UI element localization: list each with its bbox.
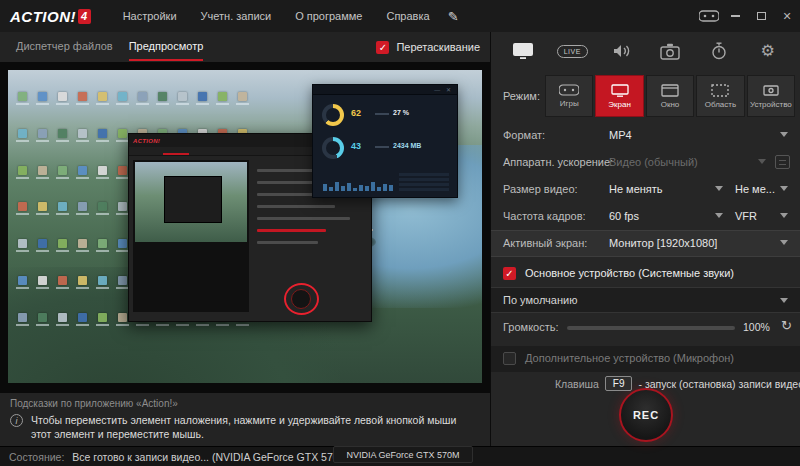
desktop-icon (72, 227, 92, 264)
desktop-icon (12, 264, 32, 301)
mode-screen-button[interactable]: Экран (595, 75, 643, 117)
screenshot-tab-icon[interactable] (652, 38, 688, 64)
hud-body: 62 43 27 % 2434 MB (313, 95, 457, 198)
menu-settings[interactable]: Настройки (111, 0, 189, 32)
desktop-icon (52, 117, 72, 154)
format-row[interactable]: Формат: MP4 (491, 122, 800, 149)
drag-checkbox-row[interactable]: ✓ Перетаскивание (376, 41, 480, 54)
desktop-icon (72, 264, 92, 301)
live-badge-label: LIVE (557, 45, 588, 58)
preview-area[interactable]: ACTION! • • • (0, 62, 490, 393)
volume-row: Громкость: 100% ↻ (491, 313, 800, 341)
active-screen-label: Активный экран: (503, 237, 587, 249)
framerate-mode-value: VFR (735, 210, 757, 222)
desktop-icon (12, 227, 32, 264)
gpu-badge: NVIDIA GeForce GTX 570M (333, 446, 473, 463)
desktop-icon (72, 154, 92, 191)
screen-recording-tab-icon[interactable] (505, 38, 541, 64)
primary-audio-row[interactable]: ✓ Основное устройство (Системные звуки) (491, 260, 800, 287)
desktop-icon (92, 301, 112, 338)
drag-checkbox[interactable]: ✓ (376, 41, 389, 54)
mode-games-button[interactable]: Игры (545, 75, 593, 117)
tab-file-manager[interactable]: Диспетчер файлов (16, 33, 113, 61)
video-size-row[interactable]: Размер видео: Не менять Не ме... (491, 176, 800, 203)
audio-recording-tab-icon[interactable] (603, 38, 639, 64)
tab-preview[interactable]: Предпросмотр (129, 33, 204, 61)
rec-button[interactable]: REC (619, 388, 673, 442)
mode-label: Режим: (503, 90, 540, 102)
hotkey-key[interactable]: F9 (605, 376, 633, 391)
desktop-icon (52, 154, 72, 191)
minimize-button[interactable] (722, 0, 748, 32)
hud-cpu-value: 27 % (393, 109, 409, 116)
framerate-row[interactable]: Частота кадров: 60 fps VFR (491, 203, 800, 230)
mode-window-label: Окно (661, 100, 680, 109)
maximize-button[interactable] (748, 0, 774, 32)
panel-tab-strip: LIVE ⚙ (491, 32, 800, 70)
mode-device-button[interactable]: Устройство (747, 75, 795, 117)
desktop-icon (12, 191, 32, 228)
window-controls: ✕ (696, 0, 800, 32)
mode-window-button[interactable]: Окно (646, 75, 694, 117)
volume-reset-icon[interactable]: ↻ (781, 318, 792, 333)
desktop-icon (12, 80, 32, 117)
menu-about[interactable]: О программе (283, 0, 374, 32)
inner-setting-row (257, 205, 335, 208)
desktop-icon (52, 264, 72, 301)
primary-audio-checkbox[interactable]: ✓ (503, 267, 516, 280)
hud-load-value: 43 (351, 141, 361, 151)
desktop-icon (152, 80, 172, 117)
secondary-audio-row[interactable]: Дополнительное устройство (Микрофон) (491, 346, 800, 372)
desktop-icon (52, 80, 72, 117)
rec-button-label: REC (633, 409, 659, 421)
desktop-icon (52, 191, 72, 228)
volume-slider[interactable] (567, 326, 735, 330)
chevron-down-icon (780, 132, 788, 137)
desktop-icon (32, 80, 52, 117)
pen-tool-icon[interactable]: ✎ (448, 9, 459, 24)
desktop-icon (92, 154, 112, 191)
audio-device-value: По умолчанию (503, 294, 577, 306)
settings-tab-icon[interactable]: ⚙ (750, 38, 786, 64)
hotkey-label: Клавиша (555, 378, 599, 390)
desktop-icon (72, 301, 92, 338)
close-button[interactable]: ✕ (774, 0, 800, 32)
hud-bars (323, 171, 393, 191)
status-text: Все готово к записи видео... (NVIDIA GeF… (72, 451, 351, 463)
inner-nested-window (164, 176, 222, 222)
benchmark-tab-icon[interactable] (701, 38, 737, 64)
primary-audio-label: Основное устройство (Системные звуки) (525, 267, 734, 279)
mode-region-button[interactable]: Область (696, 75, 744, 117)
active-screen-row[interactable]: Активный экран: Монитор [1920x1080] (491, 230, 800, 257)
video-size-value: Не менять (609, 183, 663, 195)
mode-row: Режим: Игры Экран (491, 74, 800, 120)
format-label: Формат: (503, 129, 545, 141)
hud-graph (399, 171, 449, 191)
app-logo-text: ACTION! (10, 8, 76, 25)
audio-device-select[interactable]: По умолчанию (491, 287, 800, 313)
mode-screen-label: Экран (608, 100, 631, 109)
hud-line (375, 113, 389, 115)
live-streaming-tab-icon[interactable]: LIVE (554, 38, 590, 64)
chevron-down-icon (715, 186, 723, 191)
app-logo-badge: 4 (78, 9, 91, 24)
desktop-icon (212, 80, 232, 117)
titlebar: ACTION! 4 Настройки Учетн. записи О прог… (0, 0, 800, 32)
hud-gpu-gauge (322, 104, 344, 126)
desktop-icon (32, 191, 52, 228)
desktop-icon (12, 117, 32, 154)
desktop-icon (192, 80, 212, 117)
secondary-audio-checkbox[interactable] (503, 352, 516, 365)
hud-titlebar: — ✕ (313, 85, 457, 95)
menu-accounts[interactable]: Учетн. записи (189, 0, 284, 32)
inner-action-logo: ACTION! (133, 138, 160, 144)
desktop-icon (172, 80, 192, 117)
hw-accel-value: Видео (обычный) (609, 156, 698, 168)
inner-nested-preview (135, 162, 247, 242)
hud-ram-value: 2434 MB (393, 142, 421, 149)
desktop-icon (132, 80, 152, 117)
menu-help[interactable]: Справка (374, 0, 441, 32)
active-screen-value: Монитор [1920x1080] (609, 237, 717, 249)
gamepad-icon[interactable] (696, 0, 722, 32)
inner-setting-row (257, 241, 318, 244)
